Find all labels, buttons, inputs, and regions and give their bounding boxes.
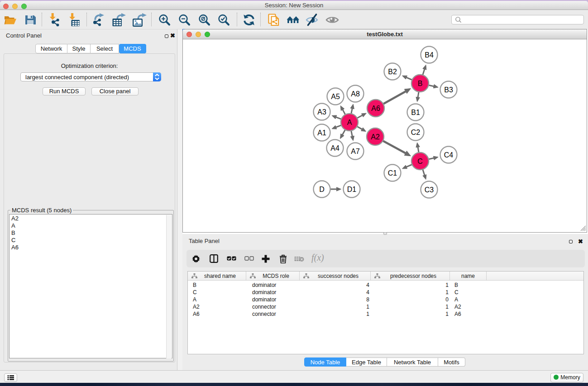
- svg-text:C2: C2: [411, 129, 421, 136]
- svg-text:B3: B3: [444, 86, 453, 94]
- svg-text:A1: A1: [317, 129, 326, 137]
- svg-text:A6: A6: [371, 105, 380, 112]
- svg-text:C4: C4: [444, 151, 454, 159]
- svg-text:D1: D1: [347, 186, 357, 193]
- svg-text:B: B: [418, 80, 423, 87]
- svg-text:A7: A7: [351, 148, 360, 155]
- svg-text:A8: A8: [351, 90, 360, 98]
- svg-text:A4: A4: [330, 144, 339, 152]
- svg-text:D: D: [319, 186, 325, 193]
- svg-text:A3: A3: [317, 108, 326, 116]
- svg-text:C3: C3: [425, 186, 434, 194]
- svg-text:C: C: [417, 157, 423, 165]
- svg-text:C1: C1: [388, 169, 397, 177]
- svg-text:A: A: [347, 119, 352, 126]
- svg-text:B2: B2: [388, 68, 397, 76]
- svg-text:B4: B4: [425, 51, 434, 59]
- svg-text:A2: A2: [371, 133, 380, 141]
- svg-text:A5: A5: [331, 93, 340, 100]
- svg-text:B1: B1: [411, 109, 420, 116]
